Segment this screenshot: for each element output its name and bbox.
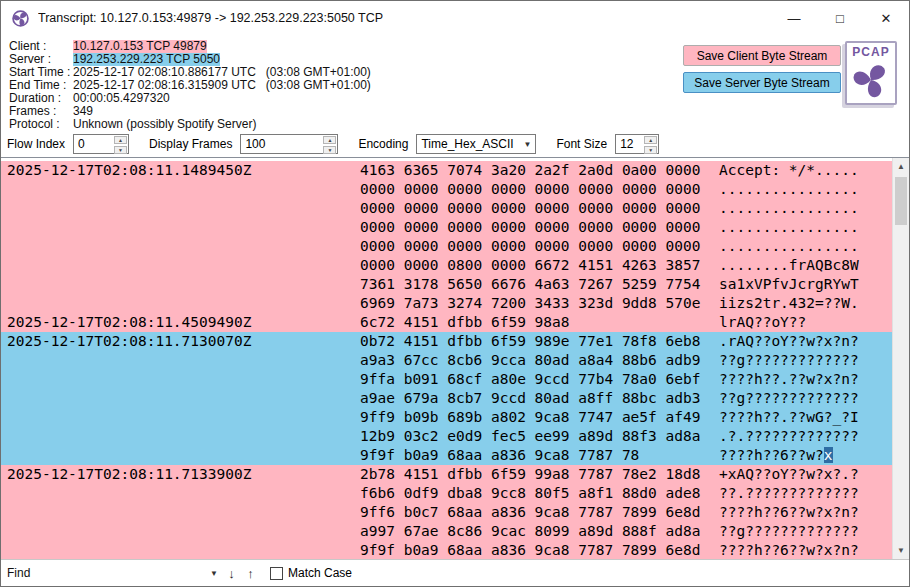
transcript-line: 12b9 03c2 e0d9 fec5 ee99 a89d 88f3 ad8a.… bbox=[1, 427, 892, 446]
display-frames-value[interactable]: 100 bbox=[241, 135, 322, 153]
timestamp-cell: 2025-12-17T02:08:11.7133900Z bbox=[7, 465, 360, 484]
find-dropdown-arrow-icon[interactable]: ▼ bbox=[206, 569, 222, 578]
font-size-down-icon[interactable]: ▼ bbox=[644, 146, 657, 154]
close-button[interactable]: ✕ bbox=[863, 1, 909, 35]
transcript-block-server: 2025-12-17T02:08:11.7130070Z0b72 4151 df… bbox=[1, 332, 892, 465]
scrollbar-thumb[interactable] bbox=[895, 177, 907, 225]
timestamp-cell: 2025-12-17T02:08:11.4509490Z bbox=[7, 313, 360, 332]
display-frames-down-icon[interactable]: ▼ bbox=[323, 146, 336, 154]
window-controls: — □ ✕ bbox=[771, 1, 909, 35]
display-frames-spinner[interactable]: 100 ▲ ▼ bbox=[240, 134, 338, 154]
hex-cell: 0000 0000 0000 0000 0000 0000 0000 0000 bbox=[360, 199, 719, 218]
selected-text: x bbox=[824, 447, 833, 463]
hex-cell: 9ffa b091 68cf a80e 9ccd 77b4 78a0 6ebf bbox=[360, 370, 719, 389]
vertical-scrollbar[interactable]: ▲ ▼ bbox=[892, 158, 909, 559]
find-bar: ▼ ↓ ↑ Match Case bbox=[1, 560, 909, 586]
timestamp-cell bbox=[7, 199, 360, 218]
transcript-line: a9ae 679a 8cb7 9ccd 80ad a8ff 88bc adb3?… bbox=[1, 389, 892, 408]
hex-cell: 0000 0000 0800 0000 6672 4151 4263 3857 bbox=[360, 256, 719, 275]
flow-index-spinner[interactable]: 0 ▲ ▼ bbox=[73, 134, 129, 154]
ascii-cell: .rAQ??oY??w?x?n? bbox=[719, 332, 859, 351]
flow-index-value[interactable]: 0 bbox=[74, 135, 113, 153]
transcript-window: Transcript: 10.127.0.153:49879 -> 192.25… bbox=[0, 0, 910, 587]
scroll-up-icon[interactable]: ▲ bbox=[893, 158, 909, 175]
font-size-up-icon[interactable]: ▲ bbox=[644, 136, 657, 144]
flow-index-down-icon[interactable]: ▼ bbox=[114, 146, 127, 154]
scrollbar-track[interactable] bbox=[893, 175, 909, 542]
hex-cell: f6b6 0df9 dba8 9cc8 80f5 a8f1 88d0 ade8 bbox=[360, 484, 719, 503]
timestamp-cell: 2025-12-17T02:08:11.7130070Z bbox=[7, 332, 360, 351]
hex-cell: 6c72 4151 dfbb 6f59 98a8 bbox=[360, 313, 719, 332]
transcript-line: 7361 3178 5650 6676 4a63 7267 5259 7754s… bbox=[1, 275, 892, 294]
match-case-checkbox[interactable] bbox=[270, 567, 283, 580]
ascii-cell: ????h??.??wG?_?I bbox=[719, 408, 859, 427]
timestamp-cell bbox=[7, 446, 360, 465]
ascii-cell: ????h??6??w?x?n? bbox=[719, 503, 859, 522]
ascii-cell: .?.????????????? bbox=[719, 427, 859, 446]
save-server-byte-stream-button[interactable]: Save Server Byte Stream bbox=[683, 72, 841, 93]
maximize-button[interactable]: □ bbox=[817, 1, 863, 35]
transcript-line: 0000 0000 0000 0000 0000 0000 0000 0000.… bbox=[1, 237, 892, 256]
hex-cell: 7361 3178 5650 6676 4a63 7267 5259 7754 bbox=[360, 275, 719, 294]
save-client-byte-stream-button[interactable]: Save Client Byte Stream bbox=[683, 45, 841, 66]
transcript-line: 2025-12-17T02:08:11.4509490Z6c72 4151 df… bbox=[1, 313, 892, 332]
title-bar[interactable]: Transcript: 10.127.0.153:49879 -> 192.25… bbox=[1, 1, 909, 35]
hex-cell: a9a3 67cc 8cb6 9cca 80ad a8a4 88b6 adb9 bbox=[360, 351, 719, 370]
transcript-line: 9ff9 b09b 689b a802 9ca8 7747 ae5f af49?… bbox=[1, 408, 892, 427]
font-size-value[interactable]: 12 bbox=[616, 135, 643, 153]
match-case-option[interactable]: Match Case bbox=[270, 566, 352, 580]
connection-info-panel: Client : 10.127.0.153 TCP 49879 Server :… bbox=[1, 35, 909, 131]
close-icon: ✕ bbox=[881, 11, 892, 26]
ascii-cell: lrAQ??oY?? bbox=[719, 313, 806, 332]
timestamp-cell: 2025-12-17T02:08:11.1489450Z bbox=[7, 161, 360, 180]
transcript-text[interactable]: 2025-12-17T02:08:11.1489450Z4163 6365 70… bbox=[1, 158, 892, 559]
ascii-cell: ??.????????????? bbox=[719, 484, 859, 503]
timestamp-cell bbox=[7, 351, 360, 370]
encoding-dropdown-arrow-icon[interactable]: ▼ bbox=[519, 140, 535, 149]
find-next-button[interactable]: ↓ bbox=[222, 562, 241, 584]
app-logo-icon bbox=[12, 10, 29, 27]
transcript-line: a997 67ae 8c86 9cac 8099 a89d 888f ad8a?… bbox=[1, 522, 892, 541]
info-row-duration: Duration : 00:00:05.4297320 bbox=[9, 92, 901, 105]
font-size-label: Font Size bbox=[556, 137, 607, 151]
encoding-selected-value: Time_Hex_ASCII bbox=[417, 137, 519, 151]
ascii-cell: ??g????????????? bbox=[719, 522, 859, 541]
transcript-block-client: 2025-12-17T02:08:11.7133900Z2b78 4151 df… bbox=[1, 465, 892, 559]
maximize-icon: □ bbox=[836, 11, 844, 26]
transcript-line: 0000 0000 0000 0000 0000 0000 0000 0000.… bbox=[1, 218, 892, 237]
transcript-line: 9f9f b0a9 68aa a836 9ca8 7787 78????h??6… bbox=[1, 446, 892, 465]
pcap-file-icon: PCAP bbox=[845, 41, 897, 105]
display-frames-up-icon[interactable]: ▲ bbox=[323, 136, 336, 144]
hex-cell: 0000 0000 0000 0000 0000 0000 0000 0000 bbox=[360, 218, 719, 237]
timestamp-cell bbox=[7, 370, 360, 389]
transcript-line: 9ffa b091 68cf a80e 9ccd 77b4 78a0 6ebf?… bbox=[1, 370, 892, 389]
font-size-spinner[interactable]: 12 ▲ ▼ bbox=[615, 134, 659, 154]
flow-index-label: Flow Index bbox=[7, 137, 65, 151]
scroll-down-icon[interactable]: ▼ bbox=[893, 542, 909, 559]
hex-cell: 2b78 4151 dfbb 6f59 99a8 7787 78e2 18d8 bbox=[360, 465, 719, 484]
ascii-cell: Accept: */*..... bbox=[719, 161, 859, 180]
find-prev-button[interactable]: ↑ bbox=[241, 562, 260, 584]
transcript-line: 0000 0000 0000 0000 0000 0000 0000 0000.… bbox=[1, 180, 892, 199]
transcript-line: 0000 0000 0000 0000 0000 0000 0000 0000.… bbox=[1, 199, 892, 218]
transcript-line: 6969 7a73 3274 7200 3433 323d 9dd8 570ei… bbox=[1, 294, 892, 313]
flow-index-up-icon[interactable]: ▲ bbox=[114, 136, 127, 144]
timestamp-cell bbox=[7, 427, 360, 446]
find-input[interactable] bbox=[1, 566, 206, 580]
window-title: Transcript: 10.127.0.153:49879 -> 192.25… bbox=[38, 11, 771, 25]
hex-cell: 0000 0000 0000 0000 0000 0000 0000 0000 bbox=[360, 180, 719, 199]
encoding-select[interactable]: Time_Hex_ASCII ▼ bbox=[416, 134, 536, 154]
transcript-area: 2025-12-17T02:08:11.1489450Z4163 6365 70… bbox=[1, 157, 909, 560]
hex-cell: 9f9f b0a9 68aa a836 9ca8 7787 7899 6e8d bbox=[360, 541, 719, 559]
hex-cell: 0b72 4151 dfbb 6f59 989e 77e1 78f8 6eb8 bbox=[360, 332, 719, 351]
ascii-cell: +xAQ??oY??w?x?.? bbox=[719, 465, 859, 484]
ascii-cell: ........frAQBc8W bbox=[719, 256, 859, 275]
ascii-cell: iizs2tr.432=??W. bbox=[719, 294, 859, 313]
minimize-button[interactable]: — bbox=[771, 1, 817, 35]
transcript-line: 2025-12-17T02:08:11.7130070Z0b72 4151 df… bbox=[1, 332, 892, 351]
ascii-cell: ??g????????????? bbox=[719, 351, 859, 370]
hex-cell: 6969 7a73 3274 7200 3433 323d 9dd8 570e bbox=[360, 294, 719, 313]
timestamp-cell bbox=[7, 541, 360, 559]
hex-cell: 9f9f b0a9 68aa a836 9ca8 7787 78 bbox=[360, 446, 719, 465]
timestamp-cell bbox=[7, 237, 360, 256]
